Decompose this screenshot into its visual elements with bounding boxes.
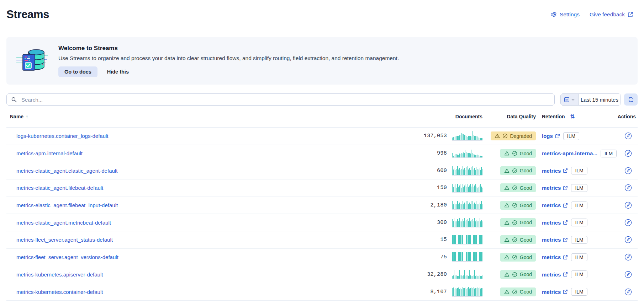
external-link-icon bbox=[628, 12, 633, 17]
header-links: Settings Give feedback bbox=[551, 11, 638, 18]
data-quality-badge: Good bbox=[500, 149, 536, 158]
date-picker-button[interactable] bbox=[561, 94, 579, 105]
give-feedback-link[interactable]: Give feedback bbox=[590, 11, 633, 18]
data-quality-label: Degraded bbox=[510, 133, 532, 139]
document-count: 15 bbox=[440, 237, 447, 243]
retention-policy-link[interactable]: metrics bbox=[542, 220, 568, 226]
external-link-icon bbox=[563, 203, 568, 208]
external-link-icon bbox=[563, 220, 568, 225]
external-link-icon bbox=[563, 255, 568, 260]
page-title: Streams bbox=[6, 8, 49, 21]
external-link-icon bbox=[555, 134, 560, 139]
retention-policy-link[interactable]: metrics bbox=[542, 289, 568, 295]
retention-policy-link[interactable]: metrics bbox=[542, 272, 568, 278]
external-link-icon bbox=[563, 289, 568, 294]
refresh-button[interactable] bbox=[624, 93, 638, 106]
data-quality-label: Good bbox=[520, 220, 532, 225]
warning-icon bbox=[504, 220, 510, 225]
settings-label: Settings bbox=[560, 11, 580, 18]
ilm-badge: ILM bbox=[571, 167, 587, 174]
edit-stream-button[interactable] bbox=[624, 167, 632, 174]
stream-name-link[interactable]: metrics-kubernetes.container-default bbox=[16, 289, 103, 295]
sort-both-icon: ⇅ bbox=[570, 113, 575, 120]
document-count: 300 bbox=[437, 220, 447, 226]
retention-policy-link[interactable]: logs bbox=[542, 133, 560, 139]
data-quality-label: Good bbox=[520, 151, 532, 156]
retention-policy-link[interactable]: metrics bbox=[542, 254, 568, 260]
documents-sparkline bbox=[452, 235, 482, 244]
edit-stream-button[interactable] bbox=[624, 271, 632, 278]
table-row: metrics-elastic_agent.metricbeat-default… bbox=[6, 214, 638, 231]
warning-icon bbox=[504, 203, 510, 208]
external-link-icon bbox=[563, 186, 568, 190]
feedback-label: Give feedback bbox=[590, 11, 625, 18]
column-header-name[interactable]: Name ↑ bbox=[6, 114, 372, 119]
time-range-button[interactable]: Last 15 minutes bbox=[579, 94, 621, 105]
pencil-in-circle-icon bbox=[624, 253, 632, 261]
warning-icon bbox=[495, 133, 500, 139]
edit-stream-button[interactable] bbox=[624, 184, 632, 192]
column-header-documents[interactable]: Documents bbox=[372, 114, 482, 119]
search-input[interactable] bbox=[21, 96, 550, 103]
check-circle-icon bbox=[512, 151, 517, 156]
pencil-in-circle-icon bbox=[624, 150, 632, 157]
document-count: 998 bbox=[437, 150, 447, 156]
document-count: 600 bbox=[437, 168, 447, 174]
documents-sparkline bbox=[452, 287, 482, 297]
pencil-in-circle-icon bbox=[624, 271, 632, 278]
stream-name-link[interactable]: metrics-fleet_server.agent_status-defaul… bbox=[16, 237, 113, 243]
settings-link[interactable]: Settings bbox=[551, 11, 580, 18]
stream-name-link[interactable]: metrics-elastic_agent.metricbeat-default bbox=[16, 220, 111, 226]
welcome-description: Use Streams to organize and process your… bbox=[58, 55, 399, 61]
warning-icon bbox=[504, 151, 510, 156]
retention-policy-link[interactable]: metrics bbox=[542, 185, 568, 191]
documents-sparkline bbox=[452, 131, 482, 141]
edit-stream-button[interactable] bbox=[624, 132, 632, 140]
column-header-retention[interactable]: Retention ⇅ bbox=[536, 113, 616, 120]
welcome-banner: Welcome to Streams Use Streams to organi… bbox=[6, 37, 638, 85]
data-quality-label: Good bbox=[520, 237, 532, 243]
chevron-down-icon bbox=[571, 98, 575, 102]
data-quality-label: Good bbox=[520, 168, 532, 173]
table-row: logs-kubernetes.container_logs-default 1… bbox=[6, 128, 638, 145]
streams-illustration-icon bbox=[16, 48, 48, 74]
data-quality-label: Good bbox=[520, 272, 532, 277]
retention-policy-link[interactable]: metrics bbox=[542, 168, 568, 174]
edit-stream-button[interactable] bbox=[624, 253, 632, 261]
stream-name-link[interactable]: metrics-fleet_server.agent_versions-defa… bbox=[16, 254, 118, 260]
table-row: metrics-elastic_agent.filebeat_input-def… bbox=[6, 197, 638, 214]
edit-stream-button[interactable] bbox=[624, 288, 632, 296]
data-quality-badge: Good bbox=[500, 166, 536, 175]
stream-name-link[interactable]: logs-kubernetes.container_logs-default bbox=[16, 133, 109, 139]
retention-policy-link[interactable]: metrics-apm.interna... bbox=[542, 150, 597, 156]
stream-name-link[interactable]: metrics-elastic_agent.filebeat_input-def… bbox=[16, 202, 118, 208]
toolbar: Last 15 minutes bbox=[6, 93, 638, 106]
stream-name-link[interactable]: metrics-elastic_agent.filebeat-default bbox=[16, 185, 103, 191]
data-quality-badge: Good bbox=[500, 253, 536, 262]
ilm-badge: ILM bbox=[601, 150, 617, 157]
go-to-docs-button[interactable]: Go to docs bbox=[58, 66, 97, 77]
check-circle-icon bbox=[512, 254, 517, 260]
retention-policy-link[interactable]: metrics bbox=[542, 202, 568, 208]
document-count: 32,280 bbox=[427, 272, 447, 278]
hide-this-link[interactable]: Hide this bbox=[107, 69, 129, 75]
retention-policy-link[interactable]: metrics bbox=[542, 237, 568, 243]
check-circle-icon bbox=[502, 133, 508, 139]
stream-name-link[interactable]: metrics-apm.internal-default bbox=[16, 150, 83, 156]
pencil-in-circle-icon bbox=[624, 236, 632, 243]
edit-stream-button[interactable] bbox=[624, 150, 632, 157]
stream-name-link[interactable]: metrics-elastic_agent.elastic_agent-defa… bbox=[16, 168, 117, 174]
external-link-icon bbox=[563, 272, 568, 277]
refresh-icon bbox=[628, 97, 634, 103]
edit-stream-button[interactable] bbox=[624, 201, 632, 209]
check-circle-icon bbox=[512, 203, 517, 208]
edit-stream-button[interactable] bbox=[624, 236, 632, 243]
table-row: metrics-kubernetes.container-default 8,1… bbox=[6, 283, 638, 301]
column-header-data-quality[interactable]: Data Quality bbox=[482, 114, 536, 119]
gear-icon bbox=[551, 11, 557, 17]
time-range-label: Last 15 minutes bbox=[581, 97, 618, 103]
pencil-in-circle-icon bbox=[624, 184, 632, 192]
edit-stream-button[interactable] bbox=[624, 219, 632, 226]
stream-name-link[interactable]: metrics-kubernetes.apiserver-default bbox=[16, 272, 103, 278]
table-row: metrics-elastic_agent.elastic_agent-defa… bbox=[6, 162, 638, 179]
